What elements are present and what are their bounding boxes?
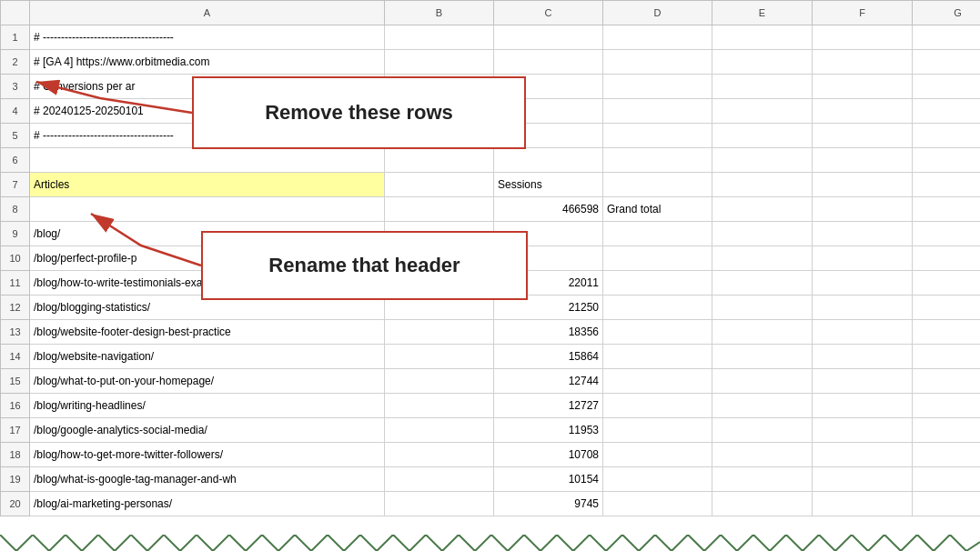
cell-f-4[interactable] [813, 99, 913, 124]
cell-c-18[interactable]: 10708 [494, 443, 603, 467]
cell-e-16[interactable] [712, 394, 813, 418]
cell-b-20[interactable] [385, 492, 494, 516]
cell-a-20[interactable]: /blog/ai-marketing-personas/ [30, 492, 385, 516]
cell-f-6[interactable] [813, 148, 913, 173]
col-header-d[interactable]: D [603, 1, 712, 25]
cell-g-20[interactable] [913, 492, 981, 516]
cell-d-8[interactable]: Grand total [603, 197, 712, 222]
cell-d-17[interactable] [603, 418, 712, 443]
table-row[interactable]: 2# [GA 4] https://www.orbitmedia.com [1, 50, 981, 75]
cell-e-9[interactable] [712, 222, 813, 246]
cell-f-17[interactable] [813, 418, 913, 443]
cell-e-13[interactable] [712, 320, 813, 345]
cell-c-19[interactable]: 10154 [494, 467, 603, 492]
cell-g-12[interactable] [913, 296, 981, 320]
cell-d-6[interactable] [603, 148, 712, 173]
cell-g-16[interactable] [913, 394, 981, 418]
col-header-a[interactable]: A [30, 1, 385, 25]
cell-d-3[interactable] [603, 75, 712, 99]
cell-a-8[interactable] [30, 197, 385, 222]
cell-e-20[interactable] [712, 492, 813, 516]
table-row[interactable]: 16/blog/writing-headlines/12727 [1, 394, 981, 418]
cell-g-19[interactable] [913, 467, 981, 492]
cell-g-15[interactable] [913, 369, 981, 394]
cell-c-20[interactable]: 9745 [494, 492, 603, 516]
cell-f-10[interactable] [813, 246, 913, 271]
cell-a-6[interactable] [30, 148, 385, 173]
cell-d-7[interactable] [603, 173, 712, 197]
cell-e-18[interactable] [712, 443, 813, 467]
cell-b-15[interactable] [385, 369, 494, 394]
cell-g-1[interactable] [913, 25, 981, 50]
cell-e-12[interactable] [712, 296, 813, 320]
cell-c-13[interactable]: 18356 [494, 320, 603, 345]
cell-d-16[interactable] [603, 394, 712, 418]
cell-g-18[interactable] [913, 443, 981, 467]
cell-b-14[interactable] [385, 345, 494, 369]
table-row[interactable]: 13/blog/website-footer-design-best-pract… [1, 320, 981, 345]
cell-d-9[interactable] [603, 222, 712, 246]
table-row[interactable]: 6 [1, 148, 981, 173]
cell-b-17[interactable] [385, 418, 494, 443]
table-row[interactable]: 8466598Grand total [1, 197, 981, 222]
cell-b-19[interactable] [385, 467, 494, 492]
cell-a-16[interactable]: /blog/writing-headlines/ [30, 394, 385, 418]
cell-e-6[interactable] [712, 148, 813, 173]
cell-d-1[interactable] [603, 25, 712, 50]
cell-g-3[interactable] [913, 75, 981, 99]
cell-f-3[interactable] [813, 75, 913, 99]
cell-f-7[interactable] [813, 173, 913, 197]
cell-d-19[interactable] [603, 467, 712, 492]
cell-f-19[interactable] [813, 467, 913, 492]
cell-d-15[interactable] [603, 369, 712, 394]
cell-c-2[interactable] [494, 50, 603, 75]
cell-b-1[interactable] [385, 25, 494, 50]
cell-a-14[interactable]: /blog/website-navigation/ [30, 345, 385, 369]
cell-a-2[interactable]: # [GA 4] https://www.orbitmedia.com [30, 50, 385, 75]
col-header-b[interactable]: B [385, 1, 494, 25]
table-row[interactable]: 15/blog/what-to-put-on-your-homepage/127… [1, 369, 981, 394]
col-header-f[interactable]: F [813, 1, 913, 25]
cell-c-6[interactable] [494, 148, 603, 173]
cell-f-5[interactable] [813, 124, 913, 148]
cell-d-2[interactable] [603, 50, 712, 75]
table-row[interactable]: 19/blog/what-is-google-tag-manager-and-w… [1, 467, 981, 492]
cell-c-8[interactable]: 466598 [494, 197, 603, 222]
col-header-c[interactable]: C [494, 1, 603, 25]
cell-c-14[interactable]: 15864 [494, 345, 603, 369]
cell-e-2[interactable] [712, 50, 813, 75]
cell-a-13[interactable]: /blog/website-footer-design-best-practic… [30, 320, 385, 345]
cell-c-15[interactable]: 12744 [494, 369, 603, 394]
cell-d-14[interactable] [603, 345, 712, 369]
cell-f-1[interactable] [813, 25, 913, 50]
cell-e-7[interactable] [712, 173, 813, 197]
table-row[interactable]: 20/blog/ai-marketing-personas/9745 [1, 492, 981, 516]
table-row[interactable]: 7ArticlesSessions [1, 173, 981, 197]
cell-g-6[interactable] [913, 148, 981, 173]
cell-g-4[interactable] [913, 99, 981, 124]
cell-b-16[interactable] [385, 394, 494, 418]
cell-f-14[interactable] [813, 345, 913, 369]
col-header-g[interactable]: G [913, 1, 981, 25]
cell-f-8[interactable] [813, 197, 913, 222]
cell-g-17[interactable] [913, 418, 981, 443]
cell-f-16[interactable] [813, 394, 913, 418]
cell-e-17[interactable] [712, 418, 813, 443]
cell-f-18[interactable] [813, 443, 913, 467]
cell-e-1[interactable] [712, 25, 813, 50]
cell-g-13[interactable] [913, 320, 981, 345]
cell-f-12[interactable] [813, 296, 913, 320]
cell-d-5[interactable] [603, 124, 712, 148]
cell-f-13[interactable] [813, 320, 913, 345]
cell-e-14[interactable] [712, 345, 813, 369]
cell-f-11[interactable] [813, 271, 913, 296]
cell-f-15[interactable] [813, 369, 913, 394]
cell-d-20[interactable] [603, 492, 712, 516]
table-row[interactable]: 18/blog/how-to-get-more-twitter-follower… [1, 443, 981, 467]
cell-g-10[interactable] [913, 246, 981, 271]
cell-b-7[interactable] [385, 173, 494, 197]
cell-g-7[interactable] [913, 173, 981, 197]
cell-e-15[interactable] [712, 369, 813, 394]
cell-d-12[interactable] [603, 296, 712, 320]
cell-a-15[interactable]: /blog/what-to-put-on-your-homepage/ [30, 369, 385, 394]
